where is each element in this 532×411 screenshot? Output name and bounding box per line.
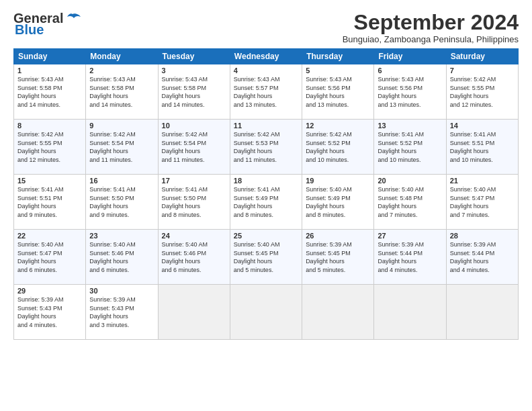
calendar-cell: 20 Sunrise: 5:40 AMSunset: 5:48 PMDaylig… xyxy=(374,175,446,230)
day-number: 5 xyxy=(306,66,370,75)
day-number: 6 xyxy=(378,66,442,75)
day-info: Sunrise: 5:41 AMSunset: 5:52 PMDaylight … xyxy=(378,131,424,163)
title-block: September 2024 Bunguiao, Zamboanga Penin… xyxy=(343,11,519,44)
day-info: Sunrise: 5:40 AMSunset: 5:47 PMDaylight … xyxy=(17,241,64,273)
header: General Blue September 2024 Bunguiao, Za… xyxy=(13,11,519,44)
calendar-row: 1 Sunrise: 5:43 AMSunset: 5:58 PMDayligh… xyxy=(14,64,519,120)
day-info: Sunrise: 5:39 AMSunset: 5:44 PMDaylight … xyxy=(378,241,424,273)
calendar: Sunday Monday Tuesday Wednesday Thursday… xyxy=(13,48,519,340)
day-info: Sunrise: 5:39 AMSunset: 5:44 PMDaylight … xyxy=(450,241,496,273)
day-info: Sunrise: 5:40 AMSunset: 5:48 PMDaylight … xyxy=(378,186,424,218)
calendar-cell: 17 Sunrise: 5:41 AMSunset: 5:50 PMDaylig… xyxy=(158,175,230,230)
logo-blue: Blue xyxy=(15,22,44,38)
day-info: Sunrise: 5:41 AMSunset: 5:51 PMDaylight … xyxy=(450,131,496,163)
calendar-cell: 4 Sunrise: 5:43 AMSunset: 5:57 PMDayligh… xyxy=(230,64,302,120)
day-info: Sunrise: 5:42 AMSunset: 5:55 PMDaylight … xyxy=(17,131,64,163)
calendar-cell xyxy=(158,285,230,340)
day-number: 3 xyxy=(162,66,226,75)
day-info: Sunrise: 5:42 AMSunset: 5:53 PMDaylight … xyxy=(234,131,280,163)
day-number: 22 xyxy=(17,232,82,240)
calendar-cell xyxy=(230,285,302,340)
calendar-cell: 29 Sunrise: 5:39 AMSunset: 5:43 PMDaylig… xyxy=(14,285,86,340)
calendar-cell: 25 Sunrise: 5:40 AMSunset: 5:45 PMDaylig… xyxy=(230,230,302,285)
day-number: 27 xyxy=(378,232,442,240)
day-number: 28 xyxy=(450,232,515,240)
day-info: Sunrise: 5:41 AMSunset: 5:49 PMDaylight … xyxy=(234,186,280,218)
calendar-cell: 13 Sunrise: 5:41 AMSunset: 5:52 PMDaylig… xyxy=(374,120,446,175)
day-info: Sunrise: 5:41 AMSunset: 5:50 PMDaylight … xyxy=(89,186,136,218)
logo: General Blue xyxy=(13,11,81,38)
calendar-cell: 10 Sunrise: 5:42 AMSunset: 5:54 PMDaylig… xyxy=(158,120,230,175)
day-number: 30 xyxy=(89,287,154,295)
day-number: 23 xyxy=(89,232,154,240)
day-info: Sunrise: 5:42 AMSunset: 5:52 PMDaylight … xyxy=(306,131,352,163)
day-number: 21 xyxy=(450,177,515,185)
day-number: 8 xyxy=(17,122,82,130)
calendar-cell: 5 Sunrise: 5:43 AMSunset: 5:56 PMDayligh… xyxy=(302,64,374,120)
page: General Blue September 2024 Bunguiao, Za… xyxy=(0,0,532,411)
day-info: Sunrise: 5:43 AMSunset: 5:58 PMDaylight … xyxy=(17,76,64,108)
subtitle: Bunguiao, Zamboanga Peninsula, Philippin… xyxy=(343,34,519,44)
day-number: 16 xyxy=(89,177,154,185)
day-number: 25 xyxy=(234,232,298,240)
day-number: 24 xyxy=(162,232,226,240)
day-info: Sunrise: 5:39 AMSunset: 5:45 PMDaylight … xyxy=(306,241,352,273)
calendar-cell xyxy=(374,285,446,340)
col-friday: Friday xyxy=(374,49,446,64)
calendar-cell: 3 Sunrise: 5:43 AMSunset: 5:58 PMDayligh… xyxy=(158,64,230,120)
calendar-cell: 8 Sunrise: 5:42 AMSunset: 5:55 PMDayligh… xyxy=(14,120,86,175)
calendar-row: 8 Sunrise: 5:42 AMSunset: 5:55 PMDayligh… xyxy=(14,120,519,175)
calendar-cell: 18 Sunrise: 5:41 AMSunset: 5:49 PMDaylig… xyxy=(230,175,302,230)
col-tuesday: Tuesday xyxy=(158,49,230,64)
day-info: Sunrise: 5:39 AMSunset: 5:43 PMDaylight … xyxy=(17,296,64,328)
day-number: 19 xyxy=(306,177,370,185)
day-info: Sunrise: 5:39 AMSunset: 5:43 PMDaylight … xyxy=(89,296,136,328)
col-monday: Monday xyxy=(86,49,158,64)
calendar-cell: 1 Sunrise: 5:43 AMSunset: 5:58 PMDayligh… xyxy=(14,64,86,120)
day-number: 12 xyxy=(306,122,370,130)
day-info: Sunrise: 5:40 AMSunset: 5:46 PMDaylight … xyxy=(89,241,136,273)
day-number: 29 xyxy=(17,287,82,295)
calendar-cell: 6 Sunrise: 5:43 AMSunset: 5:56 PMDayligh… xyxy=(374,64,446,120)
calendar-cell xyxy=(302,285,374,340)
day-number: 7 xyxy=(450,66,515,75)
logo-bird-icon xyxy=(64,13,81,25)
calendar-cell: 12 Sunrise: 5:42 AMSunset: 5:52 PMDaylig… xyxy=(302,120,374,175)
calendar-header-row: Sunday Monday Tuesday Wednesday Thursday… xyxy=(14,49,519,64)
month-title: September 2024 xyxy=(343,11,519,34)
col-wednesday: Wednesday xyxy=(230,49,302,64)
day-info: Sunrise: 5:41 AMSunset: 5:50 PMDaylight … xyxy=(162,186,208,218)
day-info: Sunrise: 5:43 AMSunset: 5:57 PMDaylight … xyxy=(234,76,280,108)
day-info: Sunrise: 5:43 AMSunset: 5:58 PMDaylight … xyxy=(162,76,208,108)
day-info: Sunrise: 5:43 AMSunset: 5:56 PMDaylight … xyxy=(378,76,424,108)
calendar-cell: 11 Sunrise: 5:42 AMSunset: 5:53 PMDaylig… xyxy=(230,120,302,175)
calendar-cell: 23 Sunrise: 5:40 AMSunset: 5:46 PMDaylig… xyxy=(86,230,158,285)
day-number: 9 xyxy=(89,122,154,130)
calendar-cell: 14 Sunrise: 5:41 AMSunset: 5:51 PMDaylig… xyxy=(446,120,518,175)
col-saturday: Saturday xyxy=(446,49,518,64)
day-info: Sunrise: 5:42 AMSunset: 5:54 PMDaylight … xyxy=(89,131,136,163)
calendar-cell: 16 Sunrise: 5:41 AMSunset: 5:50 PMDaylig… xyxy=(86,175,158,230)
calendar-cell: 24 Sunrise: 5:40 AMSunset: 5:46 PMDaylig… xyxy=(158,230,230,285)
calendar-cell: 7 Sunrise: 5:42 AMSunset: 5:55 PMDayligh… xyxy=(446,64,518,120)
day-number: 20 xyxy=(378,177,442,185)
day-number: 4 xyxy=(234,66,298,75)
day-info: Sunrise: 5:41 AMSunset: 5:51 PMDaylight … xyxy=(17,186,64,218)
day-number: 26 xyxy=(306,232,370,240)
day-info: Sunrise: 5:43 AMSunset: 5:56 PMDaylight … xyxy=(306,76,352,108)
calendar-cell: 27 Sunrise: 5:39 AMSunset: 5:44 PMDaylig… xyxy=(374,230,446,285)
day-info: Sunrise: 5:43 AMSunset: 5:58 PMDaylight … xyxy=(89,76,136,108)
calendar-cell: 30 Sunrise: 5:39 AMSunset: 5:43 PMDaylig… xyxy=(86,285,158,340)
day-info: Sunrise: 5:42 AMSunset: 5:54 PMDaylight … xyxy=(162,131,208,163)
calendar-cell: 22 Sunrise: 5:40 AMSunset: 5:47 PMDaylig… xyxy=(14,230,86,285)
day-info: Sunrise: 5:42 AMSunset: 5:55 PMDaylight … xyxy=(450,76,496,108)
day-number: 18 xyxy=(234,177,298,185)
col-sunday: Sunday xyxy=(14,49,86,64)
calendar-row: 22 Sunrise: 5:40 AMSunset: 5:47 PMDaylig… xyxy=(14,230,519,285)
calendar-cell: 9 Sunrise: 5:42 AMSunset: 5:54 PMDayligh… xyxy=(86,120,158,175)
day-info: Sunrise: 5:40 AMSunset: 5:45 PMDaylight … xyxy=(234,241,280,273)
calendar-row: 15 Sunrise: 5:41 AMSunset: 5:51 PMDaylig… xyxy=(14,175,519,230)
calendar-cell: 26 Sunrise: 5:39 AMSunset: 5:45 PMDaylig… xyxy=(302,230,374,285)
calendar-cell: 19 Sunrise: 5:40 AMSunset: 5:49 PMDaylig… xyxy=(302,175,374,230)
day-info: Sunrise: 5:40 AMSunset: 5:47 PMDaylight … xyxy=(450,186,496,218)
